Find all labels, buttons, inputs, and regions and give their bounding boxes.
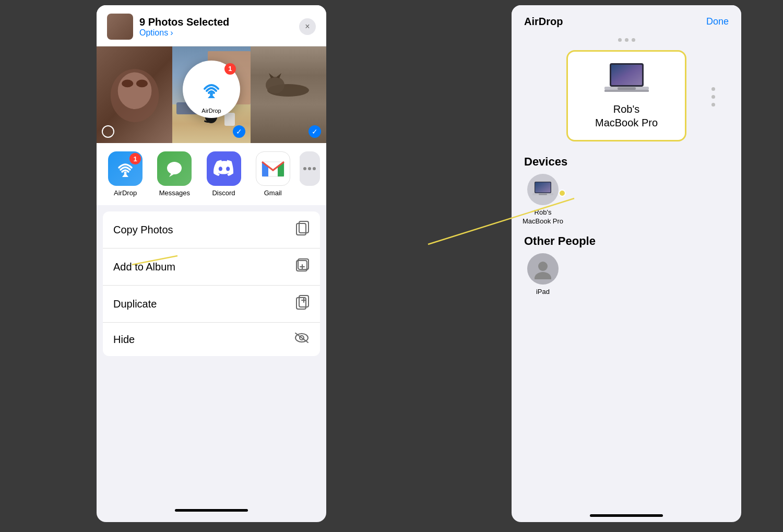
copy-icon bbox=[296, 221, 310, 239]
airdrop-overlay-circle: 1 AirDrop bbox=[183, 61, 240, 118]
svg-point-20 bbox=[313, 167, 316, 170]
svg-point-9 bbox=[210, 92, 213, 96]
macbook-icon-large bbox=[602, 62, 651, 96]
svg-point-18 bbox=[303, 167, 306, 170]
app-item-more[interactable] bbox=[300, 151, 320, 186]
svg-point-46 bbox=[535, 272, 551, 279]
add-to-album-label: Add to Album bbox=[113, 261, 175, 273]
airdrop-app-icon: 1 bbox=[108, 151, 143, 186]
macbook-list-label: Rob'sMacBook Pro bbox=[523, 208, 563, 226]
done-button[interactable]: Done bbox=[706, 16, 729, 27]
photo-thumbnail bbox=[107, 14, 133, 40]
ipad-avatar bbox=[527, 253, 559, 285]
person-icon bbox=[532, 258, 553, 279]
highlighted-device-name: Rob'sMacBook Pro bbox=[595, 102, 658, 129]
photos-strip: 1 AirDrop ✓ bbox=[97, 46, 326, 143]
messages-app-label: Messages bbox=[159, 189, 190, 197]
svg-point-15 bbox=[167, 162, 182, 174]
other-people-section-title: Other People bbox=[512, 226, 741, 253]
device-list-item-ipad[interactable]: iPad bbox=[522, 253, 564, 297]
highlighted-device-box[interactable]: Rob'sMacBook Pro bbox=[566, 50, 686, 141]
more-icon bbox=[302, 161, 317, 176]
home-indicator bbox=[175, 509, 248, 512]
dots-decoration bbox=[618, 38, 635, 42]
share-title-block: 9 Photos Selected Options › bbox=[139, 16, 229, 38]
share-header-left: 9 Photos Selected Options › bbox=[107, 14, 229, 40]
home-indicator-right bbox=[590, 514, 663, 517]
add-album-icon bbox=[296, 258, 310, 276]
photo-item-3: ✓ bbox=[251, 46, 326, 143]
gmail-app-label: Gmail bbox=[264, 189, 282, 197]
duplicate-row[interactable]: Duplicate bbox=[103, 286, 320, 323]
svg-rect-36 bbox=[611, 65, 642, 85]
other-people-list: iPad bbox=[512, 253, 741, 297]
airdrop-badge: 1 bbox=[224, 63, 236, 75]
macbook-avatar bbox=[527, 174, 559, 205]
airdrop-panel: AirDrop Done bbox=[512, 5, 741, 522]
svg-rect-39 bbox=[618, 87, 636, 90]
copy-photos-label: Copy Photos bbox=[113, 224, 173, 236]
close-button[interactable]: × bbox=[299, 18, 316, 35]
airdrop-overlay-label: AirDrop bbox=[201, 108, 221, 114]
devices-section-title: Devices bbox=[512, 147, 741, 174]
yellow-indicator-dot bbox=[559, 190, 566, 197]
svg-point-45 bbox=[538, 262, 548, 271]
share-header: 9 Photos Selected Options › × bbox=[97, 5, 326, 46]
duplicate-label: Duplicate bbox=[113, 298, 157, 310]
share-sheet-panel: 9 Photos Selected Options › × bbox=[97, 5, 326, 522]
svg-point-11 bbox=[266, 77, 284, 93]
svg-rect-38 bbox=[604, 90, 649, 92]
devices-list: Rob'sMacBook Pro bbox=[512, 174, 741, 226]
gmail-app-icon bbox=[256, 151, 290, 186]
messages-icon bbox=[164, 158, 185, 179]
discord-icon bbox=[213, 160, 235, 178]
hide-icon-svg bbox=[294, 332, 310, 344]
add-to-album-row[interactable]: Add to Album bbox=[103, 249, 320, 286]
macbook-small-icon bbox=[532, 181, 554, 198]
app-item-messages[interactable]: Messages bbox=[152, 151, 197, 197]
svg-marker-12 bbox=[269, 73, 274, 78]
photo-item-1 bbox=[97, 46, 172, 143]
svg-point-3 bbox=[136, 79, 148, 87]
airdrop-panel-title: AirDrop bbox=[524, 16, 563, 28]
messages-app-icon bbox=[157, 151, 192, 186]
svg-point-19 bbox=[308, 167, 311, 170]
share-apps-row: 1 AirDrop bbox=[97, 143, 326, 205]
device-list-item-macbook[interactable]: Rob'sMacBook Pro bbox=[522, 174, 564, 226]
discord-app-icon bbox=[207, 151, 241, 186]
ipad-list-label: iPad bbox=[536, 288, 550, 297]
add-album-icon-svg bbox=[296, 258, 310, 273]
airdrop-header: AirDrop Done bbox=[512, 5, 741, 28]
svg-rect-42 bbox=[536, 183, 551, 193]
more-app-icon bbox=[300, 151, 320, 186]
copy-photos-row[interactable]: Copy Photos bbox=[103, 211, 320, 249]
app-item-discord[interactable]: Discord bbox=[201, 151, 246, 197]
action-rows: Copy Photos Add to Album bbox=[97, 205, 326, 509]
app-item-airdrop[interactable]: 1 AirDrop bbox=[103, 151, 148, 197]
svg-marker-16 bbox=[169, 173, 175, 177]
duplicate-icon-svg bbox=[296, 295, 310, 310]
selection-check-2: ✓ bbox=[233, 125, 245, 138]
selection-circle-1 bbox=[102, 125, 114, 138]
app-item-gmail[interactable]: Gmail bbox=[251, 151, 295, 197]
photo-item-2: 1 AirDrop ✓ bbox=[172, 46, 251, 143]
device-highlight-area: Rob'sMacBook Pro bbox=[512, 28, 741, 147]
svg-point-14 bbox=[124, 172, 127, 174]
svg-point-2 bbox=[122, 79, 133, 87]
airdrop-app-label: AirDrop bbox=[114, 189, 137, 197]
hide-row[interactable]: Hide bbox=[103, 323, 320, 356]
hide-icon bbox=[294, 332, 310, 347]
duplicate-icon bbox=[296, 295, 310, 313]
svg-point-1 bbox=[118, 73, 152, 109]
airdrop-icon-overlay bbox=[196, 74, 227, 104]
discord-app-label: Discord bbox=[212, 189, 235, 197]
copy-photos-icon bbox=[296, 221, 310, 235]
gmail-icon bbox=[261, 160, 285, 178]
share-title: 9 Photos Selected bbox=[139, 16, 229, 28]
airdrop-app-badge: 1 bbox=[129, 153, 141, 164]
svg-marker-13 bbox=[276, 73, 281, 78]
hide-label: Hide bbox=[113, 334, 135, 346]
selection-check-3: ✓ bbox=[309, 125, 321, 138]
options-link[interactable]: Options › bbox=[139, 28, 229, 38]
svg-rect-44 bbox=[539, 194, 547, 195]
